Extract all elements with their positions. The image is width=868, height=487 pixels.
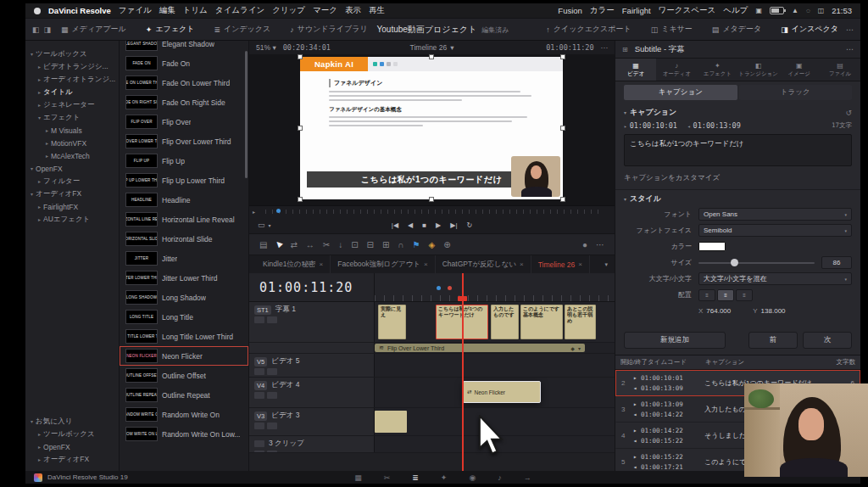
transform-handle[interactable] — [561, 126, 565, 130]
effect-item[interactable]: HORIZONTAL SLIDEHorizontal Slide — [120, 229, 248, 249]
solo-button[interactable]: S — [254, 451, 264, 452]
transform-tool-icon[interactable]: ▭ — [258, 221, 265, 229]
menubar-menu[interactable]: 再生 — [369, 5, 385, 16]
menubar-menu[interactable]: マーク — [313, 5, 337, 16]
library-item[interactable]: ▾オーディオFX — [25, 188, 119, 200]
subtitle-clip[interactable]: あとこの説明も若干弱め — [565, 305, 596, 339]
library-item[interactable]: ▸オーディオFX — [25, 453, 119, 466]
menubar-menu[interactable]: トリム — [183, 5, 208, 16]
transform-handle[interactable] — [298, 198, 302, 201]
library-item[interactable]: ▾OpenFX — [25, 162, 119, 175]
track-lock-icon[interactable] — [254, 316, 264, 323]
library-item[interactable]: ▸M Visuals — [25, 124, 119, 137]
effect-item[interactable]: RANDOM WRITE ON LOW...Random Write On Lo… — [120, 424, 248, 444]
replace-icon[interactable]: ⊟ — [367, 240, 374, 249]
track-header-v3[interactable]: V3ビデオ 3 — [249, 408, 375, 435]
project-title[interactable]: Youtube動画プロジェクト — [377, 24, 477, 36]
page-media-icon[interactable]: ▦ — [354, 473, 362, 482]
transform-handle[interactable] — [298, 55, 302, 59]
library-item[interactable]: ▸MotionVFX — [25, 137, 119, 149]
library-item[interactable]: ▸FairlightFX — [25, 200, 119, 213]
menubar-menu[interactable]: クリップ — [272, 5, 305, 16]
timeline-tab[interactable]: ChatGPTが反応しない× — [436, 255, 531, 273]
subtab-track[interactable]: トラック — [739, 85, 853, 100]
wifi-icon[interactable]: ▲ — [792, 7, 798, 14]
track-header-st1[interactable]: ST1字幕 1 — [249, 302, 375, 342]
loop-button[interactable]: ↻ — [466, 221, 472, 229]
effect-item[interactable]: FLIP UPFlip Up — [120, 151, 248, 171]
menubar-menu[interactable]: ヘルプ — [723, 5, 748, 16]
flag-icon[interactable]: ⚑ — [413, 240, 420, 249]
control-center-icon[interactable]: ◫ — [818, 7, 825, 14]
page-color-icon[interactable]: ◉ — [469, 473, 476, 482]
menubar-clock[interactable]: 21:53 — [832, 6, 852, 15]
menubar-menu[interactable]: 編集 — [159, 5, 175, 16]
effect-item[interactable]: LONG TITLE LOWER THIRDLong Title Lower T… — [120, 327, 248, 346]
previous-caption-button[interactable]: 前 — [748, 332, 798, 349]
marker-blue-icon[interactable] — [437, 286, 441, 290]
transform-handle[interactable] — [561, 55, 565, 59]
effect-item[interactable]: NEON FLICKERNeon Flicker — [120, 346, 248, 366]
effect-item[interactable]: JITTERJitter — [120, 249, 248, 268]
playhead-cap[interactable] — [458, 296, 467, 301]
case-select[interactable]: 大文字/小文字を混在▾ — [698, 272, 852, 285]
size-slider-knob[interactable] — [731, 259, 738, 266]
transform-handle[interactable] — [561, 198, 565, 201]
effect-item[interactable]: FADE ON LOWER THIRDFade On Lower Third — [120, 73, 248, 92]
library-item[interactable]: ▸ジェネレーター — [25, 98, 119, 111]
subtitle-clip[interactable]: 入力したものです — [491, 305, 519, 339]
effect-item[interactable]: HORIZONTAL LINE REVEALHorizontal Line Re… — [120, 210, 248, 229]
menubar-menu[interactable]: ワークスペース — [659, 5, 716, 16]
library-item[interactable]: ▾お気に入り — [25, 415, 119, 428]
timeline-view-icon[interactable]: ▤ — [259, 240, 267, 249]
timeline-ruler[interactable] — [375, 273, 615, 302]
jump-start-button[interactable]: |◀ — [392, 221, 398, 229]
app-title[interactable]: DaVinci Resolve — [48, 6, 111, 15]
effect-item[interactable]: FLIP OVER LOWER THIRDFlip Over Lower Thi… — [120, 132, 248, 151]
effect-item[interactable]: FLIP UP LOWER THIRDFlip Up Lower Third — [120, 171, 248, 190]
menubar-menu[interactable]: Fusion — [558, 6, 582, 15]
effect-item[interactable]: LONG TITLELong Title — [120, 307, 248, 327]
track-lane-v4[interactable]: ⇄Neon Flicker — [375, 378, 615, 407]
align-right-button[interactable]: ≡ — [736, 289, 753, 301]
customize-caption-link[interactable]: キャプションをカスタマイズ — [615, 169, 860, 190]
effect-item[interactable]: FADE ON RIGHT SIDEFade On Right Side — [120, 92, 248, 112]
effect-item[interactable]: ELEGANT SHADOWElegant Shadow — [120, 41, 248, 53]
library-item[interactable]: ▸OpenFX — [25, 440, 119, 453]
menubar-menu[interactable]: Fairlight — [622, 6, 651, 15]
viewer-timeline-select[interactable]: Timeline 26 ▾ — [410, 43, 454, 52]
chevron-down-icon[interactable]: ▾ — [604, 261, 608, 268]
timeline-tab[interactable]: Timeline 26× — [531, 255, 590, 273]
subtitle-clip[interactable]: このようにです 基本概念 — [520, 305, 563, 339]
metadata-button[interactable]: ▤メタデータ — [706, 22, 767, 36]
effects-scrollbar[interactable] — [245, 51, 248, 178]
step-back-button[interactable]: ◀ — [408, 221, 413, 229]
page-fusion-icon[interactable]: ✦ — [441, 473, 448, 482]
media-pool-button[interactable]: ▦メディアプール — [55, 22, 132, 36]
inspector-tab-audio[interactable]: ♪オーディオ — [656, 59, 697, 81]
caption-section-header[interactable]: ▾ キャプション ↺ — [615, 104, 860, 120]
panel-toggle-left-icon[interactable]: ◧ — [32, 25, 40, 34]
track-lane-v5[interactable] — [375, 354, 615, 377]
page-deliver-icon[interactable]: → — [524, 473, 531, 482]
track-header-v4[interactable]: V4ビデオ 4 — [249, 378, 375, 407]
library-item[interactable]: ▸フィルター — [25, 175, 119, 188]
play-button[interactable]: ▶ — [436, 221, 441, 229]
font-face-select[interactable]: Semibold▾ — [698, 224, 852, 237]
effect-item[interactable]: LONG SHADOWLong Shadow — [120, 288, 248, 307]
library-item[interactable]: ▸ビデオトランジシ... — [25, 60, 119, 73]
mute-button[interactable]: M — [267, 451, 277, 452]
menubar-menu[interactable]: ファイル — [119, 5, 152, 16]
sound-library-button[interactable]: ♪サウンドライブラリ — [284, 22, 373, 36]
more-icon[interactable]: ⋯ — [596, 240, 604, 249]
menubar-menu[interactable]: タイムライン — [215, 5, 264, 16]
caption-text-input[interactable]: こちらは私が1つのキーワードだけ — [624, 134, 852, 166]
library-item[interactable]: ▾エフェクト — [25, 111, 119, 124]
playhead[interactable] — [462, 273, 464, 471]
viewer-scrub-strip[interactable]: ▸ — [249, 205, 615, 216]
subtab-caption[interactable]: キャプション — [624, 85, 737, 100]
track-autoselect-icon[interactable] — [267, 423, 277, 429]
timeline-tab[interactable]: Facebook強制ログアウト× — [331, 255, 436, 273]
search-icon[interactable]: ◌ — [806, 7, 810, 14]
fit-icon[interactable]: ⊞ — [382, 240, 389, 249]
